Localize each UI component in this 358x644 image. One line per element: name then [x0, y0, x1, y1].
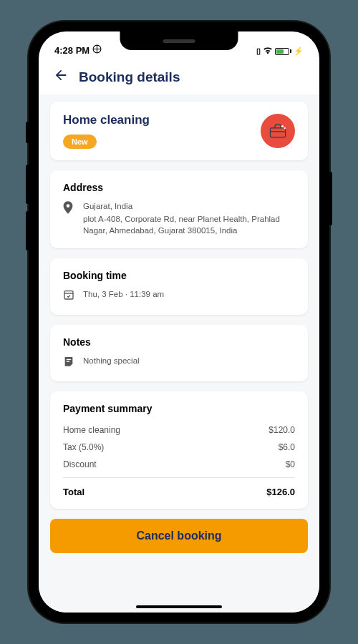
app-header: Booking details [39, 57, 319, 94]
notes-value: Nothing special [83, 355, 140, 367]
phone-side-button [329, 172, 332, 225]
service-title: Home cleaning [63, 113, 150, 127]
payment-row: Home cleaning $120.0 [63, 421, 295, 439]
phone-side-button [26, 165, 29, 204]
notes-heading: Notes [63, 336, 295, 348]
app-indicator-icon [92, 44, 102, 56]
payment-row: Tax (5.0%) $6.0 [63, 439, 295, 456]
svg-point-2 [281, 125, 284, 127]
address-card: Address Gujarat, India plot A-408, Corpo… [50, 170, 308, 248]
status-left: 4:28 PM [54, 44, 102, 56]
booking-time-value: Thu, 3 Feb · 11:39 am [83, 288, 164, 301]
payment-row: Discount $0 [63, 456, 295, 473]
calendar-check-icon [63, 289, 76, 303]
phone-speaker [163, 39, 195, 43]
cancel-booking-button[interactable]: Cancel booking [50, 519, 308, 553]
booking-time-card: Booking time Thu, 3 Feb · 11:39 am [50, 258, 308, 315]
status-right: ▯ ⚡ [256, 47, 304, 56]
payment-total-label: Total [63, 487, 84, 497]
note-icon [63, 356, 76, 370]
phone-frame: 4:28 PM ▯ ⚡ Booking details [29, 21, 329, 623]
screen: 4:28 PM ▯ ⚡ Booking details [39, 31, 319, 613]
booking-time-heading: Booking time [63, 270, 295, 281]
location-pin-icon [63, 201, 76, 217]
content-scroll[interactable]: Home cleaning New Address [39, 94, 319, 613]
svg-point-3 [284, 127, 286, 129]
address-heading: Address [63, 182, 295, 193]
svg-rect-4 [64, 291, 73, 299]
payment-total-value: $126.0 [266, 487, 295, 497]
service-card: Home cleaning New [50, 102, 308, 160]
wifi-icon [263, 47, 273, 56]
payment-label: Home cleaning [63, 425, 120, 435]
booking-time-row: Thu, 3 Feb · 11:39 am [63, 288, 295, 303]
status-time: 4:28 PM [54, 45, 90, 56]
service-info: Home cleaning New [63, 113, 150, 149]
address-line2: plot A-408, Corporate Rd, near Planet He… [83, 213, 295, 237]
notes-card: Notes Nothing special [50, 325, 308, 381]
payment-value: $0 [286, 459, 295, 469]
phone-side-button [26, 122, 29, 143]
home-indicator[interactable] [136, 605, 222, 608]
payment-card: Payment summary Home cleaning $120.0 Tax… [50, 391, 308, 509]
charging-icon: ⚡ [294, 47, 304, 56]
payment-total-row: Total $126.0 [63, 482, 295, 497]
phone-notch [120, 31, 238, 50]
notes-row: Nothing special [63, 355, 295, 370]
back-arrow-icon[interactable] [53, 67, 69, 87]
service-icon [261, 114, 295, 148]
phone-side-button [26, 211, 29, 250]
payment-value: $120.0 [268, 425, 295, 435]
address-text: Gujarat, India plot A-408, Corporate Rd,… [83, 200, 295, 237]
payment-heading: Payment summary [63, 403, 295, 414]
status-badge: New [63, 135, 97, 149]
divider [63, 477, 295, 478]
payment-label: Tax (5.0%) [63, 442, 104, 452]
address-line1: Gujarat, India [83, 200, 295, 213]
cellular-icon: ▯ [256, 47, 261, 56]
payment-label: Discount [63, 459, 97, 469]
payment-value: $6.0 [279, 442, 295, 452]
svg-rect-1 [270, 128, 285, 137]
page-title: Booking details [79, 69, 180, 85]
battery-icon [275, 48, 291, 55]
address-row: Gujarat, India plot A-408, Corporate Rd,… [63, 200, 295, 237]
